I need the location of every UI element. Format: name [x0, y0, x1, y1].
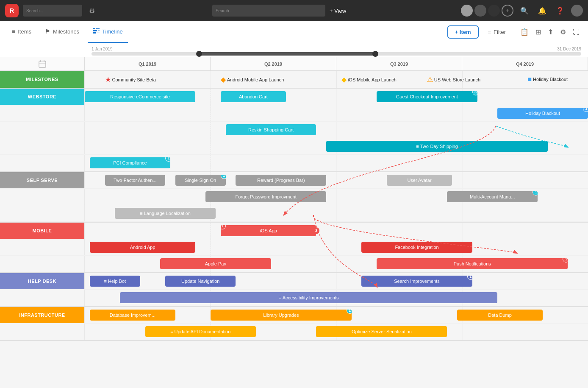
- milestone-item[interactable]: ◆Android Mobile App Launch: [221, 75, 284, 84]
- bar-label: Update Navigation: [181, 279, 220, 284]
- timeline-bar[interactable]: Android App: [90, 242, 195, 253]
- timeline-bar[interactable]: ≡ Language Localization: [115, 208, 216, 219]
- timeline-bar[interactable]: Optimize Server Serialization: [316, 326, 447, 337]
- section-group-row: Android AppFacebook Integration: [0, 239, 588, 256]
- bell-icon[interactable]: 🔔: [535, 7, 549, 15]
- svg-rect-6: [39, 61, 46, 67]
- bars-cell: Two-Factor Authen...Single-Sign On1Rewar…: [85, 172, 588, 188]
- timeline-bar[interactable]: Data Dump: [457, 310, 543, 321]
- bar-label: ≡ Update API Documentation: [170, 329, 230, 334]
- timeline-bar[interactable]: Update Navigation: [165, 276, 236, 287]
- timeline-bar[interactable]: Reskin Shopping Cart: [226, 124, 316, 135]
- timeline-bar[interactable]: Two-Factor Authen...: [105, 175, 166, 186]
- timeline-bar[interactable]: Facebook Integration: [361, 242, 472, 253]
- bar-label: Apple Pay: [205, 261, 226, 266]
- timeline-bar[interactable]: Forgot Password Improvment: [205, 191, 326, 202]
- bar-badge: 3: [472, 91, 477, 95]
- section-infrastructure: INFRASTRUCTUREDatabase Improvem...Librar…: [0, 307, 588, 341]
- tab-items[interactable]: ≡ Items: [7, 21, 36, 43]
- range-handle-left[interactable]: [196, 51, 202, 57]
- range-handle-right[interactable]: [372, 51, 378, 57]
- view-button[interactable]: + View: [330, 8, 346, 14]
- bar-label: PCI Compliance: [113, 160, 147, 165]
- avatar-2[interactable]: [474, 5, 486, 17]
- label-spacer: [0, 57, 85, 70]
- timeline-bar[interactable]: iOS App1: [221, 225, 316, 236]
- q2-label: Q2 2019: [211, 57, 336, 70]
- bars-cell: Holiday Blackout1: [85, 105, 588, 121]
- search-icon[interactable]: 🔍: [518, 7, 531, 15]
- timeline-bar[interactable]: ≡ Help Bot: [90, 276, 140, 287]
- section-group-row: Apple PayPush Notifications1: [0, 256, 588, 272]
- timeline-bar[interactable]: PCI Compliance1: [90, 157, 170, 168]
- section-group-row: SELF SERVETwo-Factor Authen...Single-Sig…: [0, 172, 588, 189]
- milestone-item[interactable]: ■Holiday Blackout: [527, 75, 568, 83]
- timeline-bar[interactable]: Search Improvements1: [361, 276, 472, 287]
- avatar-3[interactable]: [488, 5, 500, 17]
- infrastructure-label: INFRASTRUCTURE: [0, 307, 85, 323]
- bars-cell: ≡ Accessibility Improvements: [85, 290, 588, 306]
- top-navigation: R Search... ⚙ Search... + View + 🔍 🔔 ❓: [0, 0, 588, 21]
- section-group-row: MOBILEiOS App13: [0, 223, 588, 239]
- timeline-bar[interactable]: Abandon Cart: [221, 91, 286, 102]
- timeline-bar[interactable]: ≡ Update API Documentation: [145, 326, 256, 337]
- milestone-item[interactable]: ★Community Site Beta: [105, 75, 156, 84]
- bar-badge: 1: [347, 310, 352, 314]
- bar-badge: 1: [221, 225, 226, 229]
- timeline-bar[interactable]: Push Notifications1: [377, 258, 568, 269]
- app-logo[interactable]: R: [5, 4, 19, 17]
- timeline-bar[interactable]: Multi-Account Mana...1: [447, 191, 538, 202]
- timeline-bar[interactable]: Apple Pay: [160, 258, 271, 269]
- section-group-row: ≡ Two-Day Shipping: [0, 138, 588, 155]
- help-icon[interactable]: ❓: [553, 7, 567, 15]
- global-search-bar[interactable]: Search...: [212, 5, 325, 17]
- bar-label: Database Improvem...: [110, 313, 155, 318]
- quarter-header: Q1 2019 Q2 2019 Q3 2019 Q4 2019: [0, 57, 588, 71]
- self-serve-label: [0, 189, 85, 205]
- avatar-group: +: [461, 5, 513, 17]
- card-view-icon[interactable]: 📋: [519, 26, 530, 38]
- milestones-icon: ⚑: [45, 28, 50, 35]
- bars-cell: Forgot Password ImprovmentMulti-Account …: [85, 189, 588, 205]
- filter-icon: ≡: [488, 29, 491, 35]
- self-serve-label: SELF SERVE: [0, 172, 85, 188]
- expand-icon[interactable]: ⛶: [571, 27, 581, 38]
- timeline-bar[interactable]: Holiday Blackout1: [497, 108, 588, 119]
- bar-label: ≡ Two-Day Shipping: [416, 144, 458, 149]
- settings-icon[interactable]: ⚙: [89, 7, 95, 15]
- add-item-button[interactable]: + Item: [447, 25, 479, 39]
- milestone-item[interactable]: ◆iOS Mobile App Launch: [341, 75, 397, 84]
- tab-timeline[interactable]: Timeline: [88, 21, 128, 43]
- milestone-item[interactable]: ⚠US Web Store Launch: [427, 75, 480, 84]
- milestones-row: MILESTONES★Community Site Beta◆Android M…: [0, 71, 588, 89]
- timeline-bar[interactable]: ≡ Two-Day Shipping: [326, 141, 548, 152]
- timeline-bar[interactable]: Library Upgrades1: [211, 310, 352, 321]
- timeline-bar[interactable]: Responsive eCommerce site: [85, 91, 195, 102]
- bar-label: Android App: [130, 245, 155, 250]
- timeline-bar[interactable]: ≡ Accessibility Improvements: [120, 292, 497, 303]
- add-member-button[interactable]: +: [502, 5, 513, 17]
- workspace-search[interactable]: Search...: [23, 5, 82, 17]
- q1-label: Q1 2019: [85, 57, 211, 70]
- export-icon[interactable]: ⬆: [546, 26, 555, 38]
- settings-icon[interactable]: ⚙: [558, 26, 568, 38]
- user-avatar[interactable]: [571, 5, 583, 17]
- bar-badge: 1: [533, 191, 538, 195]
- webstore-label: [0, 155, 85, 171]
- webstore-label: [0, 122, 85, 138]
- filter-button[interactable]: ≡ Filter: [482, 26, 512, 38]
- range-slider[interactable]: [0, 51, 588, 57]
- timeline-bar[interactable]: Database Improvem...: [90, 310, 175, 321]
- mobile-label: MOBILE: [0, 223, 85, 239]
- timeline-bar[interactable]: Reward (Progress Bar): [236, 175, 326, 186]
- timeline-bar[interactable]: User Avatar: [387, 175, 452, 186]
- tab-milestones[interactable]: ⚑ Milestones: [40, 21, 84, 43]
- timeline-bar[interactable]: Single-Sign On1: [175, 175, 226, 186]
- grid-view-icon[interactable]: ⊞: [534, 26, 543, 38]
- bar-label: Guest Checkout Improvement: [396, 94, 458, 99]
- avatar-1[interactable]: [461, 5, 473, 17]
- help-desk-label: HELP DESK: [0, 273, 85, 289]
- timeline-bar[interactable]: Guest Checkout Improvement3: [377, 91, 477, 102]
- bar-label: Forgot Password Improvment: [236, 194, 297, 199]
- mobile-label: [0, 239, 85, 255]
